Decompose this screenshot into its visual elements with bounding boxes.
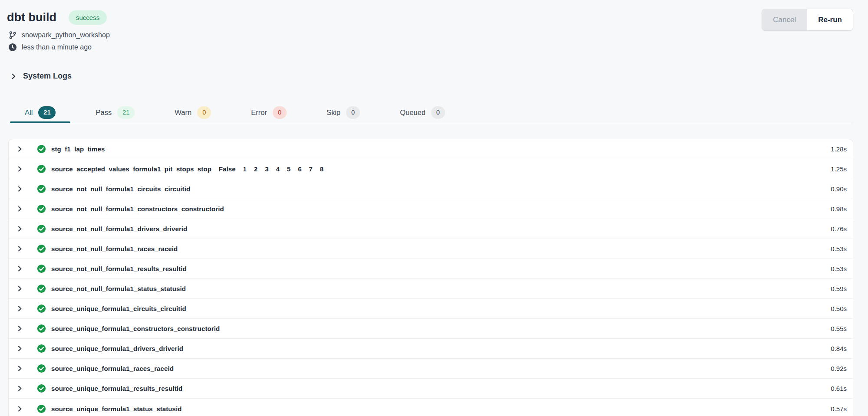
result-row[interactable]: source_not_null_formula1_status_statusid… — [9, 279, 853, 299]
tab-count-badge: 0 — [197, 106, 211, 119]
row-expand-chevron-icon[interactable] — [17, 325, 23, 332]
tab-queued[interactable]: Queued 0 — [385, 102, 460, 123]
run-header-left: dbt build success — [7, 9, 110, 52]
row-expand-chevron-icon[interactable] — [17, 206, 23, 212]
tab-label: Error — [251, 108, 267, 117]
tab-skip[interactable]: Skip 0 — [312, 102, 375, 123]
result-name: source_unique_formula1_races_raceid — [51, 365, 174, 372]
result-name: source_unique_formula1_drivers_driverid — [51, 345, 183, 352]
tab-all[interactable]: All 21 — [10, 102, 70, 123]
result-name: source_not_null_formula1_constructors_co… — [51, 205, 224, 213]
check-circle-icon — [37, 344, 46, 353]
row-expand-chevron-icon[interactable] — [17, 345, 23, 352]
check-circle-icon — [37, 224, 46, 233]
row-expand-chevron-icon[interactable] — [17, 186, 23, 192]
tab-label: Pass — [96, 108, 112, 117]
result-duration: 0.59s — [831, 285, 847, 292]
row-expand-chevron-icon[interactable] — [17, 146, 23, 152]
rerun-button[interactable]: Re-run — [807, 9, 853, 30]
time-ago: less than a minute ago — [22, 43, 92, 51]
branch-name: snowpark_python_workshop — [22, 31, 110, 39]
branch-row: snowpark_python_workshop — [8, 31, 110, 39]
result-row[interactable]: source_not_null_formula1_results_resulti… — [9, 259, 853, 279]
tab-label: Warn — [175, 108, 191, 117]
result-duration: 0.53s — [831, 245, 847, 252]
row-expand-chevron-icon[interactable] — [17, 246, 23, 252]
result-duration: 0.98s — [831, 205, 847, 213]
result-duration: 0.84s — [831, 345, 847, 352]
result-name: source_unique_formula1_circuits_circuiti… — [51, 305, 186, 312]
result-duration: 0.57s — [831, 405, 847, 413]
check-circle-icon — [37, 364, 46, 373]
result-row[interactable]: source_unique_formula1_status_statusid 0… — [9, 399, 853, 416]
result-duration: 0.50s — [831, 305, 847, 312]
status-badge: success — [69, 10, 107, 25]
system-logs-label: System Logs — [23, 72, 72, 81]
result-row[interactable]: source_unique_formula1_drivers_driverid … — [9, 339, 853, 359]
git-branch-icon — [8, 31, 17, 39]
result-name: source_unique_formula1_status_statusid — [51, 405, 182, 413]
tab-label: All — [25, 108, 33, 117]
check-circle-icon — [37, 384, 46, 393]
check-circle-icon — [37, 284, 46, 293]
run-header: dbt build success — [7, 9, 853, 52]
tab-pass[interactable]: Pass 21 — [81, 102, 149, 123]
status-tabs: All 21 Pass 21 Warn 0 Error 0 Skip 0 Que… — [7, 102, 853, 123]
chevron-right-icon — [10, 73, 17, 80]
result-name: source_not_null_formula1_drivers_driveri… — [51, 225, 187, 233]
result-name: source_unique_formula1_results_resultid — [51, 385, 182, 392]
row-expand-chevron-icon[interactable] — [17, 285, 23, 292]
result-row[interactable]: source_accepted_values_formula1_pit_stop… — [9, 159, 853, 179]
result-row[interactable]: source_not_null_formula1_circuits_circui… — [9, 179, 853, 199]
cancel-button[interactable]: Cancel — [762, 9, 807, 30]
row-expand-chevron-icon[interactable] — [17, 265, 23, 272]
row-expand-chevron-icon[interactable] — [17, 406, 23, 412]
check-circle-icon — [37, 184, 46, 193]
result-duration: 0.76s — [831, 225, 847, 233]
tab-warn[interactable]: Warn 0 — [160, 102, 226, 123]
result-row[interactable]: stg_f1_lap_times 1.28s — [9, 139, 853, 159]
result-duration: 0.90s — [831, 185, 847, 193]
page-title: dbt build — [7, 9, 56, 26]
tab-label: Skip — [327, 108, 340, 117]
row-expand-chevron-icon[interactable] — [17, 226, 23, 232]
tab-count-badge: 0 — [431, 106, 445, 119]
tab-count-badge: 0 — [273, 106, 287, 119]
system-logs-toggle[interactable]: System Logs — [10, 72, 72, 81]
tab-label: Queued — [400, 108, 426, 117]
run-actions: Cancel Re-run — [762, 9, 853, 31]
tab-error[interactable]: Error 0 — [236, 102, 301, 123]
time-row: less than a minute ago — [8, 43, 110, 52]
check-circle-icon — [37, 144, 46, 154]
check-circle-icon — [37, 304, 46, 313]
result-row[interactable]: source_not_null_formula1_races_raceid 0.… — [9, 239, 853, 259]
row-expand-chevron-icon[interactable] — [17, 305, 23, 312]
tab-count-badge: 21 — [38, 106, 56, 119]
result-duration: 0.61s — [831, 385, 847, 392]
results-list: stg_f1_lap_times 1.28s source_accepted_v… — [8, 139, 853, 416]
result-row[interactable]: source_unique_formula1_circuits_circuiti… — [9, 299, 853, 319]
dbt-run-page: dbt build success — [0, 0, 868, 416]
row-expand-chevron-icon[interactable] — [17, 365, 23, 372]
tab-count-badge: 0 — [346, 106, 360, 119]
result-duration: 1.25s — [831, 165, 847, 173]
row-expand-chevron-icon[interactable] — [17, 385, 23, 392]
result-row[interactable]: source_not_null_formula1_constructors_co… — [9, 199, 853, 219]
result-duration: 1.28s — [831, 145, 847, 153]
result-name: stg_f1_lap_times — [51, 145, 105, 153]
result-duration: 0.92s — [831, 365, 847, 372]
check-circle-icon — [37, 164, 46, 174]
result-row[interactable]: source_unique_formula1_constructors_cons… — [9, 319, 853, 339]
result-name: source_unique_formula1_constructors_cons… — [51, 325, 220, 332]
clock-icon — [8, 43, 17, 52]
check-circle-icon — [37, 324, 46, 333]
tab-count-badge: 21 — [117, 106, 135, 119]
result-row[interactable]: source_unique_formula1_races_raceid 0.92… — [9, 359, 853, 379]
check-circle-icon — [37, 204, 46, 213]
row-expand-chevron-icon[interactable] — [17, 166, 23, 172]
result-row[interactable]: source_unique_formula1_results_resultid … — [9, 379, 853, 399]
result-name: source_not_null_formula1_races_raceid — [51, 245, 178, 252]
result-name: source_accepted_values_formula1_pit_stop… — [51, 165, 323, 173]
result-row[interactable]: source_not_null_formula1_drivers_driveri… — [9, 219, 853, 239]
result-name: source_not_null_formula1_circuits_circui… — [51, 185, 190, 193]
